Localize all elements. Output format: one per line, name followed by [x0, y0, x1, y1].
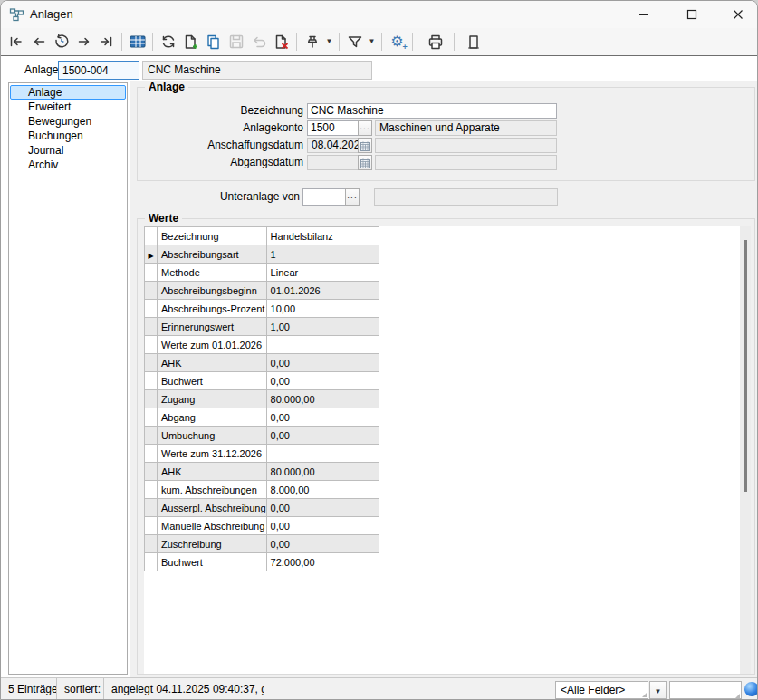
row-value[interactable]: 0,00: [266, 517, 379, 535]
table-row[interactable]: Buchwert0,00: [145, 372, 379, 390]
row-label[interactable]: Buchwert: [158, 372, 267, 390]
minimize-button[interactable]: [632, 3, 656, 26]
row-label[interactable]: Manuelle Abschreibung: [158, 517, 267, 535]
row-label[interactable]: Abschreibungsbeginn: [158, 282, 267, 300]
row-label[interactable]: AHK: [158, 463, 267, 481]
row-value[interactable]: 0,00: [266, 354, 379, 372]
row-value[interactable]: Handelsbilanz: [266, 227, 379, 245]
abgangsdatum-input[interactable]: [307, 155, 359, 170]
vertical-scrollbar[interactable]: [740, 226, 751, 674]
table-row[interactable]: Abschreibungsbeginn01.01.2026: [145, 282, 379, 300]
row-value[interactable]: [266, 336, 379, 354]
row-value[interactable]: 72.000,00: [266, 553, 379, 571]
anlage-number-input[interactable]: [58, 61, 139, 80]
table-row[interactable]: Buchwert72.000,00: [145, 553, 379, 571]
settings-add-button[interactable]: ⚙+: [386, 31, 408, 53]
filter-dropdown-caret-icon[interactable]: ▼: [366, 31, 378, 53]
table-row[interactable]: Abschreibungs-Prozent10,00: [145, 300, 379, 318]
scrollbar-thumb[interactable]: [744, 240, 747, 492]
table-row[interactable]: Manuelle Abschreibung0,00: [145, 517, 379, 535]
row-label[interactable]: kum. Abschreibungen: [158, 481, 267, 499]
table-row[interactable]: Werte zum 01.01.2026: [145, 336, 379, 354]
globe-icon[interactable]: [744, 682, 758, 696]
close-button[interactable]: [726, 3, 750, 26]
row-value[interactable]: [266, 445, 379, 463]
anschaffungsdatum-input[interactable]: 08.04.2026: [307, 138, 359, 153]
row-label[interactable]: Abgang: [158, 408, 267, 427]
sidebar-item-archiv[interactable]: Archiv: [10, 158, 126, 172]
table-row[interactable]: ▶Abschreibungsart1: [145, 245, 379, 264]
nav-last-button[interactable]: [95, 31, 118, 53]
table-row[interactable]: Abgang0,00: [145, 408, 379, 427]
table-row[interactable]: Ausserpl. Abschreibung0,00: [145, 499, 379, 517]
copy-record-button[interactable]: [202, 31, 225, 53]
table-row[interactable]: BezeichnungHandelsbilanz: [145, 227, 379, 245]
new-record-button[interactable]: [179, 31, 202, 53]
row-label[interactable]: Erinnerungswert: [158, 318, 267, 336]
history-button[interactable]: [50, 31, 72, 53]
abgangsdatum-calendar-button[interactable]: [358, 155, 372, 170]
sidebar-item-bewegungen[interactable]: Bewegungen: [10, 114, 126, 129]
bezeichnung-input[interactable]: CNC Maschine: [307, 103, 557, 119]
row-label[interactable]: AHK: [158, 354, 267, 372]
maximize-button[interactable]: [680, 3, 704, 26]
row-label[interactable]: Zuschreibung: [158, 535, 267, 553]
table-row[interactable]: Umbuchung0,00: [145, 427, 379, 445]
pin-button[interactable]: [301, 31, 323, 53]
row-value[interactable]: 0,00: [266, 372, 379, 390]
sidebar-item-buchungen[interactable]: Buchungen: [10, 129, 126, 143]
refresh-button[interactable]: [157, 31, 179, 53]
table-row[interactable]: kum. Abschreibungen8.000,00: [145, 481, 379, 499]
table-row[interactable]: AHK0,00: [145, 354, 379, 372]
row-value[interactable]: 8.000,00: [266, 481, 379, 499]
save-button[interactable]: [225, 31, 247, 53]
filter-button[interactable]: [343, 31, 366, 53]
nav-previous-button[interactable]: [27, 31, 50, 53]
nav-first-button[interactable]: [5, 31, 27, 53]
pin-dropdown-caret-icon[interactable]: ▼: [323, 31, 335, 53]
row-value[interactable]: 80.000,00: [266, 390, 379, 408]
exit-button[interactable]: [462, 31, 485, 53]
row-label[interactable]: Umbuchung: [158, 427, 267, 445]
row-value[interactable]: 0,00: [266, 427, 379, 445]
row-label[interactable]: Werte zum 01.01.2026: [158, 336, 267, 354]
row-label[interactable]: Werte zum 31.12.2026: [158, 445, 267, 463]
row-value[interactable]: 0,00: [266, 535, 379, 553]
row-label[interactable]: Ausserpl. Abschreibung: [158, 499, 267, 517]
unteranlage-input[interactable]: [302, 188, 346, 206]
delete-record-button[interactable]: [270, 31, 293, 53]
row-label[interactable]: Abschreibungsart: [158, 245, 267, 264]
sidebar-item-erweitert[interactable]: Erweitert: [10, 100, 126, 114]
sidebar-item-journal[interactable]: Journal: [10, 143, 126, 158]
row-value[interactable]: 0,00: [266, 499, 379, 517]
row-label[interactable]: Abschreibungs-Prozent: [158, 300, 267, 318]
anlagekonto-input[interactable]: 1500: [307, 120, 359, 136]
field-filter-caret-button[interactable]: ▼: [649, 681, 667, 699]
row-value[interactable]: 10,00: [266, 300, 379, 318]
row-value[interactable]: 1: [266, 245, 379, 264]
row-value[interactable]: Linear: [266, 264, 379, 282]
table-row[interactable]: Erinnerungswert1,00: [145, 318, 379, 336]
print-button[interactable]: [424, 31, 446, 53]
field-filter-dropdown[interactable]: <Alle Felder>: [555, 681, 648, 699]
table-row[interactable]: Zugang80.000,00: [145, 390, 379, 408]
table-row[interactable]: MethodeLinear: [145, 264, 379, 282]
table-row[interactable]: Werte zum 31.12.2026: [145, 445, 379, 463]
table-view-button[interactable]: [126, 31, 149, 53]
sidebar-item-anlage[interactable]: Anlage: [10, 85, 126, 100]
row-value[interactable]: 01.01.2026: [266, 282, 379, 300]
nav-next-button[interactable]: [72, 31, 95, 53]
row-label[interactable]: Buchwert: [158, 553, 267, 571]
table-row[interactable]: Zuschreibung0,00: [145, 535, 379, 553]
row-label[interactable]: Bezeichnung: [158, 227, 267, 245]
row-label[interactable]: Methode: [158, 264, 267, 282]
row-value[interactable]: 1,00: [266, 318, 379, 336]
undo-button[interactable]: [247, 31, 270, 53]
table-row[interactable]: AHK80.000,00: [145, 463, 379, 481]
anschaffungsdatum-calendar-button[interactable]: [358, 138, 372, 153]
row-label[interactable]: Zugang: [158, 390, 267, 408]
row-value[interactable]: 80.000,00: [266, 463, 379, 481]
search-input[interactable]: [669, 681, 742, 699]
row-value[interactable]: 0,00: [266, 408, 379, 427]
anlagekonto-lookup-button[interactable]: ...: [358, 120, 372, 136]
